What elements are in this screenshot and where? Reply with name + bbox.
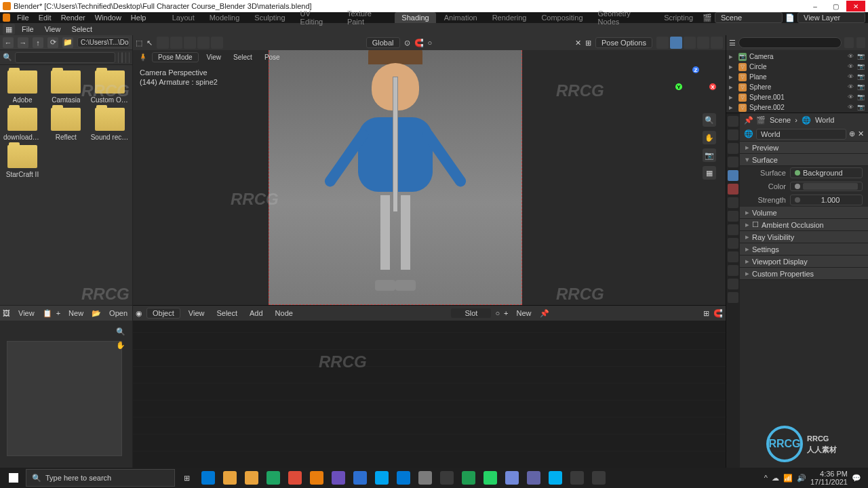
shading-wireframe[interactable] [670, 37, 682, 49]
img-plus-button[interactable]: + [56, 309, 60, 317]
image-editor-type-dropdown[interactable]: 🖼 [3, 309, 10, 317]
img-menu-view[interactable]: View [14, 309, 39, 317]
display-thumb-button[interactable] [121, 52, 122, 63]
snap-vert[interactable] [170, 37, 182, 49]
taskbar-clock[interactable]: 4:36 PM 17/11/2021 [810, 470, 848, 486]
props-tab-render[interactable] [728, 116, 738, 127]
viewport-editor-type[interactable]: ⬚ [136, 39, 142, 47]
tray-volume-icon[interactable]: 🔊 [797, 474, 806, 483]
outliner-item[interactable]: ▸▽Circle👁📷 [726, 62, 868, 72]
section-settings[interactable]: ▸Settings [740, 243, 868, 256]
shading-matprev[interactable] [697, 37, 709, 49]
pin-icon[interactable]: 📌 [744, 116, 752, 125]
start-button[interactable] [3, 468, 24, 487]
tab-shading[interactable]: Shading [395, 12, 435, 23]
system-tray[interactable]: ^ ☁ 📶 🔊 4:36 PM 17/11/2021 💬 [760, 470, 865, 486]
node-material-plus[interactable]: + [504, 309, 508, 317]
render-icon[interactable]: 📷 [857, 73, 865, 81]
node-new-button[interactable]: New [512, 309, 535, 317]
outliner-tree[interactable]: ▸📷Camera👁📷 ▸▽Circle👁📷 ▸▽Plane👁📷 ▸▽Sphere… [726, 50, 868, 113]
world-unlink-button[interactable]: ✕ [858, 129, 864, 138]
menu-render[interactable]: Render [57, 14, 90, 22]
taskbar-app[interactable] [437, 468, 457, 487]
folder-item[interactable]: download_w... [3, 108, 42, 141]
tray-cloud-icon[interactable]: ☁ [772, 474, 779, 483]
nav-back-button[interactable]: ← [3, 37, 14, 48]
pan-button[interactable]: ✋ [703, 131, 716, 144]
section-preview[interactable]: ▸Preview [740, 142, 868, 154]
window-minimize-button[interactable]: – [806, 1, 825, 12]
blender-logo-icon[interactable] [3, 14, 10, 22]
world-newcopy-button[interactable]: ⊕ [849, 129, 855, 138]
snap-inc[interactable] [211, 37, 223, 49]
fb-menu-select[interactable]: Select [67, 25, 96, 33]
tab-rendering[interactable]: Rendering [486, 12, 534, 23]
node-menu-add[interactable]: Add [245, 309, 267, 317]
nav-gizmo[interactable]: Z X Y [675, 66, 716, 107]
outliner-editor-type[interactable]: ☰ [729, 39, 736, 47]
taskbar-app[interactable] [241, 468, 262, 487]
gizmo-toggle[interactable]: ✕ [575, 39, 581, 47]
gizmo-x-axis[interactable]: X [709, 83, 716, 90]
taskbar-app[interactable] [263, 468, 283, 487]
visibility-eye-icon[interactable]: 👁 [848, 94, 856, 102]
taskbar-app[interactable] [372, 468, 392, 487]
node-material-browse[interactable]: ○ [495, 309, 500, 317]
tab-modeling[interactable]: Modeling [203, 12, 247, 23]
render-icon[interactable]: 📷 [857, 63, 865, 71]
taskbar-search[interactable]: 🔍Type here to search [26, 469, 175, 487]
taskbar-app[interactable] [567, 468, 587, 487]
strength-field[interactable]: 1.000 [790, 195, 863, 205]
taskbar-app[interactable] [415, 468, 435, 487]
node-overlay-toggle[interactable]: ⊞ [703, 309, 709, 318]
3d-viewport[interactable]: ⬚ ↖ Global ⊙ 🧲 ○ ✕ ⊞ Pose Options [133, 35, 726, 305]
taskbar-app[interactable] [502, 468, 522, 487]
outliner-item[interactable]: ▸▽Sphere👁📷 [726, 82, 868, 92]
node-menu-view[interactable]: View [184, 309, 209, 317]
taskbar-app[interactable] [328, 468, 349, 487]
tab-texturepaint[interactable]: Texture Paint [340, 8, 393, 27]
vp-menu-pose[interactable]: Pose [260, 54, 284, 61]
section-custom[interactable]: ▸Custom Properties [740, 268, 868, 280]
node-snap-toggle[interactable]: 🧲 [713, 309, 723, 318]
props-tab-bone[interactable] [728, 265, 738, 276]
render-icon[interactable]: 📷 [857, 94, 865, 102]
tab-uvediting[interactable]: UV Editing [294, 8, 339, 27]
taskbar-app[interactable] [198, 468, 218, 487]
taskbar-app[interactable] [524, 468, 544, 487]
display-sort-button[interactable] [129, 52, 130, 63]
node-shadertype-dropdown[interactable]: Object [146, 308, 180, 319]
task-view-button[interactable]: ⊞ [176, 468, 197, 487]
render-icon[interactable]: 📷 [857, 53, 865, 61]
scene-field[interactable]: Scene [715, 12, 783, 23]
outliner-filter-button[interactable] [844, 37, 854, 48]
folder-item[interactable]: Sound record... [90, 108, 130, 141]
world-dropdown[interactable]: World [756, 129, 846, 140]
outliner-item[interactable]: ▸📷Camera👁📷 [726, 52, 868, 62]
node-editor-type[interactable]: ◉ [136, 309, 142, 318]
tab-scripting[interactable]: Scripting [657, 12, 700, 23]
visibility-eye-icon[interactable]: 👁 [848, 63, 856, 71]
tab-layout[interactable]: Layout [165, 12, 201, 23]
folder-item[interactable]: StarCraft II [3, 145, 42, 178]
section-surface[interactable]: ▾Surface [740, 154, 868, 166]
render-icon[interactable]: 📷 [857, 104, 865, 112]
xray-toggle[interactable] [656, 37, 669, 49]
outliner-newcoll-button[interactable] [856, 37, 866, 48]
notifications-icon[interactable]: 💬 [852, 474, 861, 483]
menu-edit[interactable]: Edit [35, 14, 56, 22]
pan-icon[interactable]: ✋ [116, 341, 125, 350]
folder-item[interactable]: Camtasia [46, 70, 85, 104]
camera-button[interactable]: 📷 [703, 148, 716, 162]
props-tab-viewlayer[interactable] [728, 143, 738, 154]
props-tab-world[interactable] [728, 170, 738, 181]
img-open-button[interactable]: Open [105, 309, 132, 317]
outliner-item[interactable]: ▸▽Plane👁📷 [726, 72, 868, 82]
transform-orientation-dropdown[interactable]: Global [366, 37, 400, 48]
img-new-button[interactable]: New [64, 309, 87, 317]
img-open-icon[interactable]: 📂 [92, 309, 101, 318]
gizmo-z-axis[interactable]: Z [692, 66, 699, 73]
img-browse-button[interactable]: 📋 [43, 309, 52, 318]
section-vpdisplay[interactable]: ▸Viewport Display [740, 256, 868, 268]
props-tab-material[interactable] [728, 279, 738, 289]
